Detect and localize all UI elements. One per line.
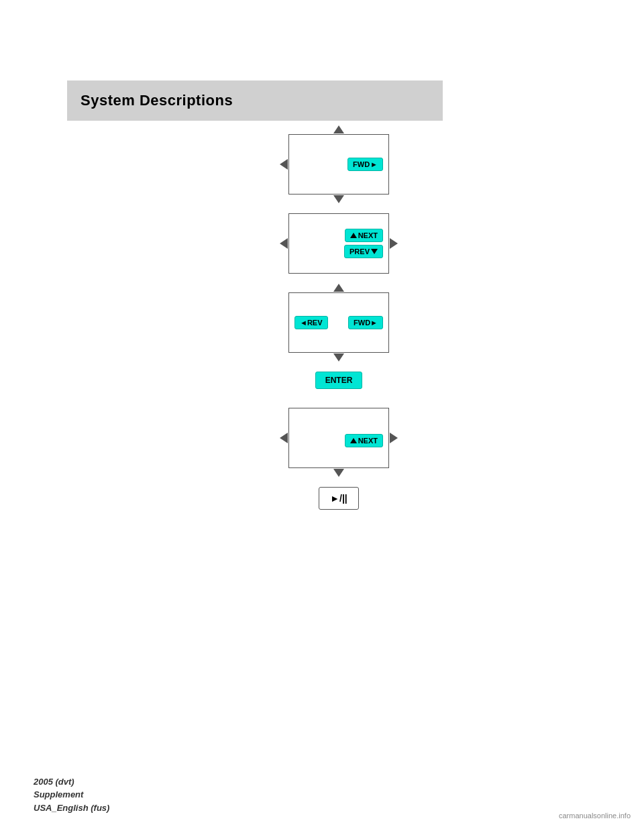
- prev-tri-down: [371, 247, 378, 256]
- next2-tri-up: [350, 437, 357, 445]
- fwd-control-box: FWD ►: [288, 134, 389, 195]
- rev-fwd-control-box: ◄REV FWD►: [288, 292, 389, 353]
- down-arrow-5: [333, 469, 344, 477]
- footer-line1: 2005 (dvt): [34, 775, 109, 789]
- enter-standalone: ENTER: [315, 372, 363, 389]
- footer-line2: Supplement: [34, 788, 109, 801]
- down-arrow-3: [333, 353, 344, 362]
- fwd2-label: FWD►: [354, 319, 378, 327]
- box2-inner: NEXT PREV: [289, 229, 388, 258]
- fwd-button[interactable]: FWD ►: [347, 158, 383, 171]
- diagrams-area: FWD ► NEXT PREV: [288, 134, 389, 510]
- left-arrow-2: [280, 238, 288, 249]
- left-arrow-5: [280, 433, 288, 443]
- header-banner: System Descriptions: [67, 80, 443, 121]
- next-label: NEXT: [358, 231, 378, 239]
- fwd2-button[interactable]: FWD►: [348, 316, 383, 329]
- box1-inner: FWD ►: [289, 158, 388, 171]
- left-arrow-1: [280, 159, 288, 170]
- next-prev-control-box: NEXT PREV: [288, 213, 389, 274]
- up-arrow-1: [333, 125, 344, 133]
- box5-inner: NEXT: [289, 429, 388, 447]
- right-arrow-5: [390, 433, 398, 443]
- box3-inner: ◄REV FWD►: [289, 316, 388, 329]
- next-control-box: NEXT: [288, 408, 389, 468]
- next2-button[interactable]: NEXT: [345, 434, 383, 447]
- up-arrow-3: [333, 284, 344, 292]
- prev-button[interactable]: PREV: [344, 245, 383, 258]
- footer: 2005 (dvt) Supplement USA_English (fus): [34, 775, 109, 815]
- playpause-button[interactable]: ►/||: [319, 487, 359, 510]
- footer-line3: USA_English (fus): [34, 801, 109, 815]
- down-arrow-1: [333, 195, 344, 203]
- fwd-right-arrow: ►: [370, 160, 378, 168]
- next-button[interactable]: NEXT: [345, 229, 383, 242]
- fwd-label: FWD: [353, 160, 370, 168]
- enter-button[interactable]: ENTER: [315, 372, 363, 389]
- next2-label: NEXT: [358, 437, 378, 445]
- watermark: carmanualsonline.info: [559, 812, 631, 820]
- right-arrow-2: [390, 238, 398, 249]
- rev-button[interactable]: ◄REV: [294, 316, 328, 329]
- playpause-standalone: ►/||: [319, 487, 359, 510]
- next-tri-up: [350, 231, 357, 239]
- watermark-text: carmanualsonline.info: [559, 812, 631, 820]
- prev-label: PREV: [350, 247, 370, 256]
- page-title: System Descriptions: [80, 92, 233, 109]
- rev-label: ◄REV: [300, 319, 323, 327]
